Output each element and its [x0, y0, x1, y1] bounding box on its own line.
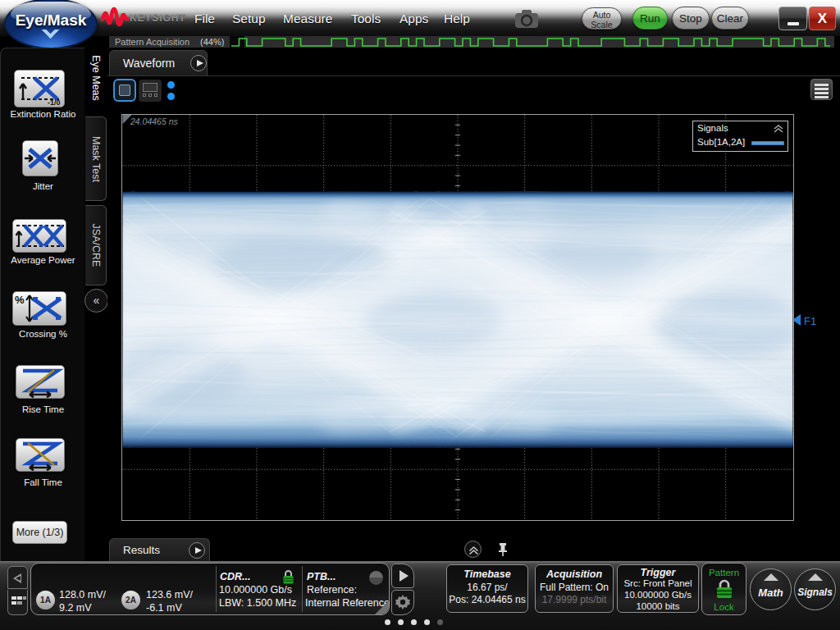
svg-text:%: %: [15, 294, 25, 306]
svg-text:-1/0: -1/0: [48, 98, 61, 107]
